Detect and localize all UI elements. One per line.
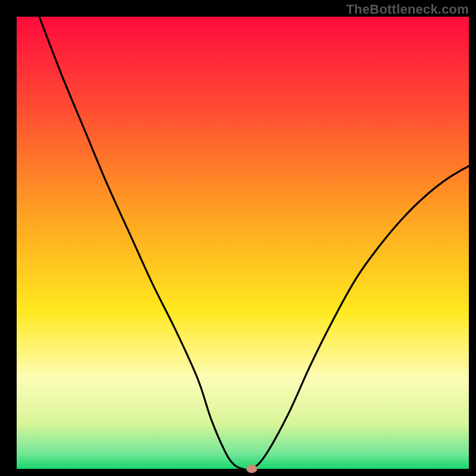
plot-background bbox=[17, 17, 469, 469]
optimal-point-marker bbox=[246, 465, 257, 473]
chart-stage: { "watermark": { "text": "TheBottleneck.… bbox=[0, 0, 476, 476]
bottleneck-curve-plot bbox=[0, 0, 476, 476]
watermark-text: TheBottleneck.com bbox=[346, 2, 469, 17]
